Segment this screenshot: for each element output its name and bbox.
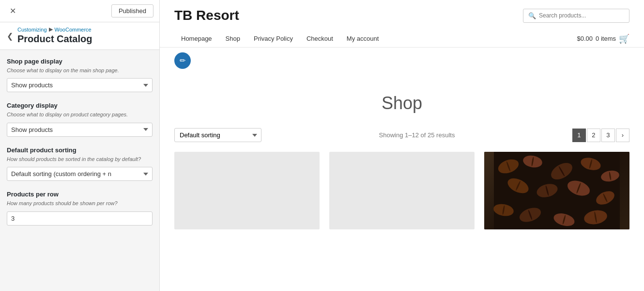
page-3-btn[interactable]: 3 <box>601 129 615 142</box>
shop-page-display-section: Shop page display Choose what to display… <box>7 58 153 92</box>
page-2-btn[interactable]: 2 <box>587 129 600 142</box>
products-per-row-input[interactable] <box>7 211 153 226</box>
category-display-select[interactable]: Show products Show categories Show categ… <box>7 123 153 137</box>
breadcrumb-woocommerce[interactable]: WooCommerce <box>55 27 92 32</box>
default-sorting-section: Default product sorting How should produ… <box>7 146 153 181</box>
default-sorting-title: Default product sorting <box>7 146 153 154</box>
pagination: 1 2 3 › <box>572 129 629 142</box>
edit-pencil-button[interactable]: ✏ <box>174 52 191 69</box>
published-button[interactable]: Published <box>111 4 153 17</box>
results-count: Showing 1–12 of 25 results <box>379 131 455 139</box>
top-bar: ✕ Published <box>0 0 159 22</box>
cart-area[interactable]: $0.00 0 items 🛒 <box>577 33 629 44</box>
shop-toolbar: Default sorting Popularity Average ratin… <box>174 128 629 142</box>
shop-heading: Shop <box>174 74 629 128</box>
shop-page-display-select[interactable]: Show products Show categories Show categ… <box>7 78 153 92</box>
category-display-desc: Choose what to display on product catego… <box>7 111 153 118</box>
site-title: TB Resort <box>174 8 239 23</box>
products-grid <box>174 152 629 229</box>
cart-icon[interactable]: 🛒 <box>619 33 629 44</box>
close-button[interactable]: ✕ <box>6 4 20 17</box>
preview-panel: TB Resort 🔍 Homepage Shop Privacy Policy… <box>160 0 644 291</box>
customizer-panel: ✕ Published ❮ Customizing ▶ WooCommerce … <box>0 0 160 291</box>
shop-content: Shop Default sorting Popularity Average … <box>160 74 644 291</box>
panel-page-title: Product Catalog <box>17 33 153 45</box>
breadcrumb-customizing[interactable]: Customizing <box>17 27 47 32</box>
search-input[interactable] <box>539 12 624 19</box>
products-per-row-section: Products per row How many products shoul… <box>7 191 153 225</box>
search-box[interactable]: 🔍 <box>523 9 629 23</box>
product-item-3[interactable] <box>484 152 629 229</box>
cart-items: 0 items <box>596 35 616 42</box>
shop-page-display-desc: Choose what to display on the main shop … <box>7 67 153 74</box>
page-1-btn[interactable]: 1 <box>572 129 586 142</box>
default-sorting-desc: How should products be sorted in the cat… <box>7 156 153 163</box>
nav-myaccount[interactable]: My account <box>340 30 385 47</box>
product-item-1[interactable] <box>174 152 320 229</box>
header-top: TB Resort 🔍 <box>174 8 629 23</box>
pencil-icon: ✏ <box>180 56 186 65</box>
breadcrumb-bar: ❮ Customizing ▶ WooCommerce Product Cata… <box>0 22 159 50</box>
products-per-row-title: Products per row <box>7 191 153 198</box>
breadcrumb: Customizing ▶ WooCommerce <box>17 26 153 32</box>
page-next-btn[interactable]: › <box>616 129 629 142</box>
cart-amount: $0.00 <box>577 35 593 42</box>
back-button[interactable]: ❮ <box>3 29 17 44</box>
default-sorting-select[interactable]: Default sorting (custom ordering + n Pop… <box>7 167 153 181</box>
category-display-section: Category display Choose what to display … <box>7 102 153 136</box>
site-header: TB Resort 🔍 Homepage Shop Privacy Policy… <box>160 0 644 48</box>
nav-shop[interactable]: Shop <box>219 30 247 47</box>
search-icon: 🔍 <box>528 12 536 19</box>
nav-homepage[interactable]: Homepage <box>174 30 219 47</box>
products-per-row-desc: How many products should be shown per ro… <box>7 200 153 207</box>
product-item-2[interactable] <box>329 152 475 229</box>
coffee-image <box>484 152 629 229</box>
nav-privacy[interactable]: Privacy Policy <box>247 30 300 47</box>
nav-checkout[interactable]: Checkout <box>300 30 340 47</box>
category-display-title: Category display <box>7 102 153 109</box>
shop-page-display-title: Shop page display <box>7 58 153 65</box>
breadcrumb-arrow: ▶ <box>49 26 53 32</box>
sort-select[interactable]: Default sorting Popularity Average ratin… <box>174 128 261 142</box>
panel-content: Shop page display Choose what to display… <box>0 50 159 291</box>
nav-bar: Homepage Shop Privacy Policy Checkout My… <box>174 30 385 47</box>
